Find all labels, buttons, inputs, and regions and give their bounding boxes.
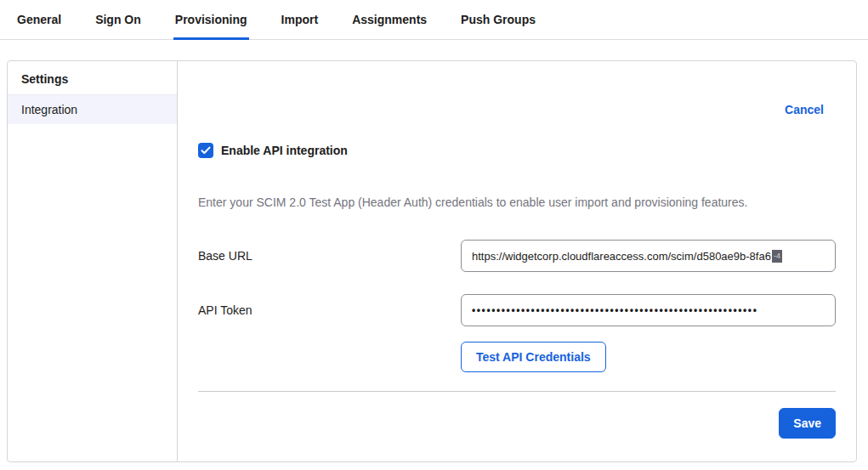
provisioning-panel: Settings Integration Cancel Enable API i… (7, 60, 857, 462)
api-token-input[interactable]: ••••••••••••••••••••••••••••••••••••••••… (461, 294, 836, 326)
tab-provisioning[interactable]: Provisioning (173, 1, 249, 40)
base-url-row: Base URL https://widgetcorp.cloudflareac… (198, 240, 836, 272)
api-token-label: API Token (198, 303, 461, 317)
enable-api-integration-row: Enable API integration (198, 143, 836, 158)
cancel-row: Cancel (198, 102, 836, 117)
app-tabbar: General Sign On Provisioning Import Assi… (0, 0, 868, 40)
tab-general[interactable]: General (15, 1, 63, 40)
base-url-text-selection: -4 (772, 250, 782, 263)
settings-sidebar: Settings Integration (8, 61, 178, 462)
cancel-link[interactable]: Cancel (785, 103, 824, 116)
base-url-input[interactable]: https://widgetcorp.cloudflareaccess.com/… (461, 240, 836, 272)
base-url-value: https://widgetcorp.cloudflareaccess.com/… (472, 250, 771, 263)
tab-sign-on[interactable]: Sign On (94, 1, 143, 40)
sidebar-header-settings: Settings (8, 61, 177, 95)
save-row: Save (198, 408, 836, 439)
tab-assignments[interactable]: Assignments (350, 1, 428, 40)
form-divider (198, 391, 836, 392)
credentials-description: Enter your SCIM 2.0 Test App (Header Aut… (198, 195, 836, 209)
enable-api-integration-label: Enable API integration (221, 144, 348, 157)
checkmark-icon (201, 146, 211, 155)
enable-api-integration-checkbox[interactable] (198, 143, 213, 158)
api-token-row: API Token ••••••••••••••••••••••••••••••… (198, 294, 836, 326)
save-button[interactable]: Save (779, 408, 836, 439)
tab-push-groups[interactable]: Push Groups (459, 1, 537, 40)
test-api-credentials-button[interactable]: Test API Credentials (461, 342, 606, 372)
test-credentials-row: Test API Credentials (198, 342, 836, 372)
base-url-label: Base URL (198, 249, 461, 263)
api-token-masked-value: ••••••••••••••••••••••••••••••••••••••••… (472, 304, 757, 316)
integration-settings-form: Cancel Enable API integration Enter your… (178, 61, 856, 462)
sidebar-item-integration[interactable]: Integration (8, 95, 177, 124)
tab-import[interactable]: Import (280, 1, 321, 40)
